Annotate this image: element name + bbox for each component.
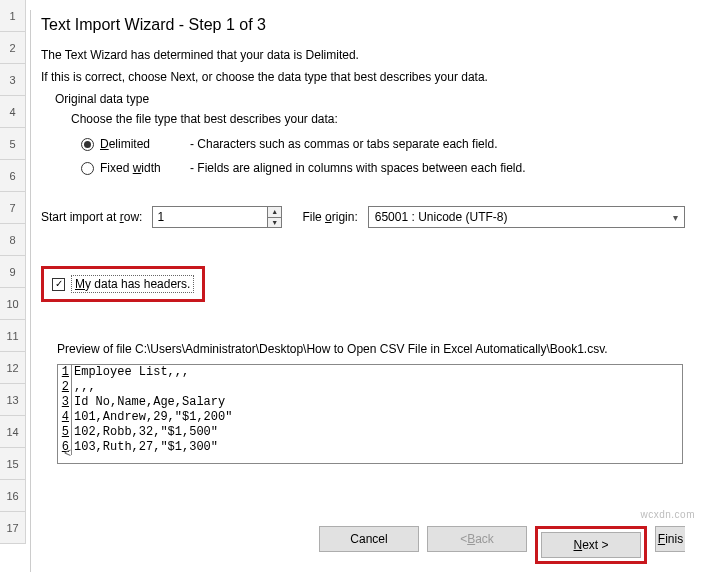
radio-delimited-row[interactable]: Delimited - Characters such as commas or… [81, 134, 685, 154]
next-button-highlight: Next > [535, 526, 647, 564]
preview-line-text: 101,Andrew,29,"$1,200" [72, 410, 232, 425]
row-header[interactable]: 12 [0, 352, 26, 384]
headers-checkbox[interactable] [52, 278, 65, 291]
radio-delimited-desc: - Characters such as commas or tabs sepa… [190, 137, 497, 151]
preview-line-text: ,,, [72, 380, 96, 395]
spinner-up-icon[interactable]: ▲ [268, 207, 281, 218]
intro-text-2: If this is correct, choose Next, or choo… [41, 70, 685, 84]
row-header[interactable]: 9 [0, 256, 26, 288]
my-data-has-headers-highlight: My data has headers. [41, 266, 205, 302]
file-origin-combo[interactable]: 65001 : Unicode (UTF-8) ▾ [368, 206, 685, 228]
preview-line-number: 1 [58, 365, 72, 380]
preview-line-number: 3 [58, 395, 72, 410]
row-header[interactable]: 10 [0, 288, 26, 320]
original-data-type-label: Original data type [55, 92, 685, 106]
row-header[interactable]: 13 [0, 384, 26, 416]
finish-button[interactable]: Finis [655, 526, 685, 552]
dialog-title: Text Import Wizard - Step 1 of 3 [41, 10, 685, 44]
text-import-wizard-dialog: Text Import Wizard - Step 1 of 3 The Tex… [30, 10, 701, 572]
spreadsheet-row-headers: 1 2 3 4 5 6 7 8 9 10 11 12 13 14 15 16 1… [0, 0, 26, 544]
row-header[interactable]: 2 [0, 32, 26, 64]
start-import-label: Start import at row: [41, 210, 142, 224]
chevron-down-icon[interactable]: ▾ [666, 212, 684, 223]
row-header[interactable]: 8 [0, 224, 26, 256]
preview-line-number: 2 [58, 380, 72, 395]
radio-delimited-label: Delimited [100, 137, 190, 151]
preview-line-text: Employee List,,, [72, 365, 189, 380]
preview-file-label: Preview of file C:\Users\Administrator\D… [57, 342, 685, 356]
dialog-button-row: Cancel < Back Next > Finis [319, 526, 685, 564]
start-row-input[interactable] [153, 207, 267, 227]
headers-checkbox-label[interactable]: My data has headers. [71, 275, 194, 293]
row-header[interactable]: 16 [0, 480, 26, 512]
radio-fixed-desc: - Fields are aligned in columns with spa… [190, 161, 526, 175]
row-header[interactable]: 14 [0, 416, 26, 448]
preview-line-number: 5 [58, 425, 72, 440]
row-header[interactable]: 5 [0, 128, 26, 160]
start-row-spinner[interactable]: ▲ ▼ [152, 206, 282, 228]
row-header[interactable]: 3 [0, 64, 26, 96]
back-button: < Back [427, 526, 527, 552]
row-header[interactable]: 4 [0, 96, 26, 128]
radio-fixed-width[interactable] [81, 162, 94, 175]
next-button[interactable]: Next > [541, 532, 641, 558]
preview-line-text: 103,Ruth,27,"$1,300" [72, 440, 218, 455]
row-header[interactable]: 7 [0, 192, 26, 224]
spinner-down-icon[interactable]: ▼ [268, 218, 281, 228]
watermark: wcxdn.com [640, 509, 695, 520]
radio-fixed-row[interactable]: Fixed width - Fields are aligned in colu… [81, 158, 685, 178]
row-header[interactable]: 6 [0, 160, 26, 192]
radio-delimited[interactable] [81, 138, 94, 151]
row-header[interactable]: 15 [0, 448, 26, 480]
row-header[interactable]: 1 [0, 0, 26, 32]
preview-box: 1Employee List,,, 2,,, 3Id No,Name,Age,S… [57, 364, 683, 464]
row-header[interactable]: 11 [0, 320, 26, 352]
preview-line-text: 102,Robb,32,"$1,500" [72, 425, 218, 440]
preview-line-number: 4 [58, 410, 72, 425]
intro-text-1: The Text Wizard has determined that your… [41, 48, 685, 62]
radio-fixed-label: Fixed width [100, 161, 190, 175]
file-origin-label: File origin: [302, 210, 357, 224]
cancel-button[interactable]: Cancel [319, 526, 419, 552]
row-header[interactable]: 17 [0, 512, 26, 544]
choose-file-type-label: Choose the file type that best describes… [71, 112, 685, 126]
preview-line-text: Id No,Name,Age,Salary [72, 395, 225, 410]
scroll-left-icon[interactable]: < [64, 447, 71, 461]
file-origin-value: 65001 : Unicode (UTF-8) [375, 210, 508, 224]
